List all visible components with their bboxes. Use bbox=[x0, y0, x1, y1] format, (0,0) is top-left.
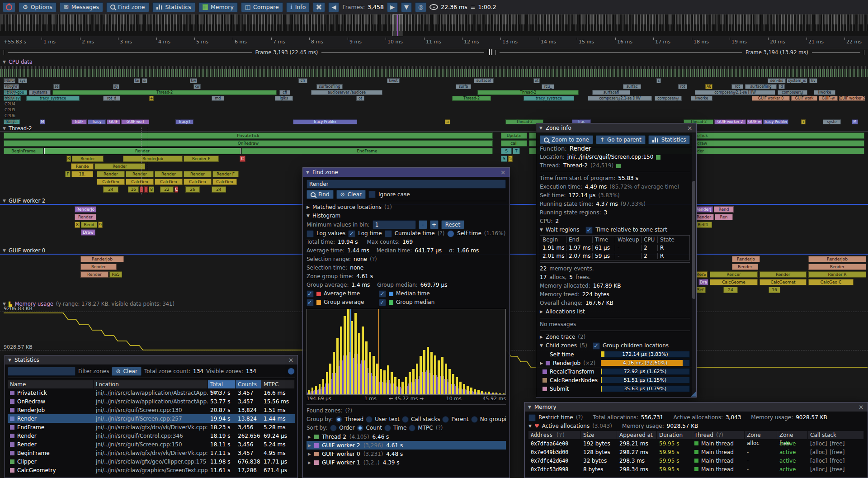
timeline-zone[interactable]: CalcGeo bbox=[126, 179, 154, 185]
focus-button[interactable]: ◎ bbox=[415, 2, 426, 12]
power-button[interactable] bbox=[3, 2, 15, 12]
timeline-zone[interactable]: Render bbox=[184, 171, 212, 177]
timeline-zone[interactable]: CalcGeo bbox=[212, 179, 237, 185]
expand-triangle-icon[interactable]: ▶ bbox=[308, 443, 311, 448]
radio-icon[interactable] bbox=[471, 416, 478, 423]
find-zone-histogram[interactable] bbox=[307, 309, 506, 395]
wait-region-row[interactable]: 1.91 ms1.97 ms 61 µs- 2R bbox=[540, 244, 689, 252]
timeline-zone[interactable]: Dra bbox=[698, 279, 708, 285]
cpu-zone[interactable]: GUIF worker 2 bbox=[714, 119, 746, 124]
close-icon[interactable]: × bbox=[288, 357, 294, 363]
statistics-table-row[interactable]: Render jni/../jni/src/guif/Screen.cpp:25… bbox=[8, 414, 295, 423]
allocation-row[interactable]: 0x7dfc42d640 32 bytes 298.3 ms 59.95 s M… bbox=[528, 456, 864, 465]
prev-frame-button[interactable]: ◀ bbox=[328, 2, 339, 12]
column-header-call-stack[interactable]: Call stack bbox=[808, 431, 864, 439]
timeline-zone[interactable]: 9 bbox=[98, 222, 103, 228]
sort-by-option[interactable]: Time bbox=[384, 424, 406, 432]
window-collapse-icon[interactable]: ▼ bbox=[539, 126, 542, 130]
cpu-zone[interactable]: kw bbox=[193, 84, 201, 89]
timeline-zone[interactable]: Render bbox=[75, 214, 96, 220]
radio-icon[interactable] bbox=[442, 416, 449, 423]
location-value[interactable]: jni/../jni/src/guif/Screen.cpp:150 bbox=[567, 153, 654, 161]
sort-by-option[interactable]: Count bbox=[357, 424, 382, 432]
find-zone-button[interactable]: Find zone bbox=[106, 2, 149, 12]
collapse-triangle-icon[interactable]: ▼ bbox=[307, 212, 310, 220]
cpu-zone[interactable]: GUIF worl bbox=[121, 119, 149, 124]
cpu-zone[interactable]: Tracy bbox=[88, 119, 106, 124]
timeline-zone[interactable]: call bbox=[501, 140, 527, 147]
cpu-zone[interactable]: tracy_systrace bbox=[524, 96, 574, 101]
wait-col-cpu[interactable]: CPU bbox=[642, 237, 658, 243]
help-marker[interactable]: (?) bbox=[370, 255, 377, 264]
expand-triangle-icon[interactable]: ▶ bbox=[308, 452, 311, 456]
column-header-total-time[interactable]: Total tim bbox=[208, 380, 236, 388]
timeline-zone[interactable]: CalcGeomet bbox=[760, 279, 807, 285]
timeline-zone[interactable]: C bbox=[175, 186, 178, 193]
statistics-table-row[interactable]: BeginFrame jni/../jni/src/claw/gfx/drv/v… bbox=[8, 449, 295, 457]
cpu-zone[interactable]: surfacefling bbox=[745, 84, 777, 89]
cpu-zone[interactable]: lgiks bbox=[275, 96, 293, 101]
histogram-section-row[interactable]: ▼ Histogram bbox=[307, 212, 506, 220]
timeline-zone[interactable]: Update bbox=[501, 133, 527, 139]
group-by-option[interactable]: Parent bbox=[442, 415, 468, 424]
cpu-zone[interactable]: GUIF worker 2 bbox=[839, 96, 865, 101]
timeline-zone[interactable]: Render bbox=[126, 171, 154, 177]
wait-regions-label[interactable]: Wait regions bbox=[546, 226, 580, 234]
cpu-data-section-header[interactable]: ▼ CPU data bbox=[3, 59, 33, 65]
guif-worker2-section-header[interactable]: ▼ GUIF worker 2 bbox=[3, 198, 45, 204]
found-zone-group-row[interactable]: ▶ Thread-2 (4,105) 6.46 s bbox=[307, 432, 506, 441]
timeline-zone[interactable]: F bbox=[65, 171, 71, 177]
cpu-zone[interactable]: audioserver /audiose bbox=[311, 90, 382, 95]
radio-icon[interactable] bbox=[402, 416, 409, 423]
close-icon[interactable]: × bbox=[858, 404, 864, 410]
group-by-option[interactable]: No grouping bbox=[471, 415, 506, 424]
expand-triangle-icon[interactable]: ▶ bbox=[307, 203, 310, 212]
column-header-counts[interactable]: Counts bbox=[236, 380, 261, 388]
limit-range-checkbox[interactable] bbox=[288, 368, 295, 375]
help-marker[interactable]: (?) bbox=[436, 424, 443, 432]
filter-zones-input[interactable] bbox=[8, 367, 75, 376]
statistics-table-row[interactable]: Render jni/../jni/src/guif/Screen.cpp:15… bbox=[8, 440, 295, 449]
timeline-zone[interactable]: 24 bbox=[212, 186, 226, 193]
memory-titlebar[interactable]: ▼ Memory × bbox=[525, 402, 868, 412]
timeline-zone[interactable]: 24 bbox=[103, 186, 118, 193]
cpu-zone[interactable]: kworke bbox=[814, 90, 835, 95]
allocations-list-row[interactable]: ▶Allocations list bbox=[540, 308, 690, 316]
statistics-table-row[interactable]: EndFrame jni/../jni/src/claw/gfx/drv/vk/… bbox=[8, 423, 295, 431]
timeline-zone[interactable]: 26 bbox=[185, 186, 200, 193]
statistics-table-row[interactable]: Clipper jni/../jni/src/claw/gfx/geo/Clip… bbox=[8, 457, 295, 466]
timeline-zone[interactable]: 16 bbox=[769, 287, 780, 293]
frame-3194-marker[interactable]: Frame 3,194 (13.92 ms) bbox=[495, 48, 864, 57]
min-bin-input[interactable] bbox=[373, 220, 416, 229]
self-time-checkbox[interactable] bbox=[447, 230, 454, 237]
column-header-address[interactable]: Address (?) bbox=[528, 431, 581, 439]
close-icon[interactable]: × bbox=[500, 169, 506, 175]
column-header-name[interactable]: Name bbox=[8, 380, 94, 388]
cpu-zone[interactable]: cfi bbox=[279, 90, 290, 95]
cpu-zone[interactable]: composer@2.1-se [HW bbox=[588, 96, 652, 101]
timeline-zone[interactable]: 22 bbox=[160, 186, 174, 193]
timeline-zone[interactable]: Render bbox=[155, 171, 183, 177]
cpu-zone[interactable]: GUIF w bbox=[747, 119, 762, 124]
cpu-zone[interactable]: rot bbox=[731, 84, 743, 89]
timeline-zone[interactable]: 18. bbox=[71, 171, 93, 177]
cpu-zone[interactable]: GUIF work bbox=[791, 96, 817, 101]
timeline-zone[interactable]: C bbox=[240, 156, 245, 162]
expand-triangle-icon[interactable]: ▶ bbox=[540, 361, 543, 365]
statistics-table-row[interactable]: RenderJob jni/../jni/src/guif/Screen.cpp… bbox=[8, 406, 295, 414]
timeline-zone[interactable]: Render bbox=[80, 271, 108, 278]
cpu-zone[interactable]: rot_d bbox=[103, 96, 120, 101]
timeline-zone[interactable]: Rend bbox=[714, 206, 734, 213]
found-zone-group-row[interactable]: ▶ GUIF worker 2 (3,296) 4.61 s bbox=[307, 441, 506, 450]
cpu-zone[interactable]: Thread-2 bbox=[452, 96, 491, 101]
timeline-zone[interactable]: Draw bbox=[81, 229, 95, 236]
cpu-zone[interactable]: + bbox=[149, 96, 154, 101]
cpu-zone[interactable]: GUIF bbox=[71, 119, 87, 124]
wait-col-time[interactable]: Time bbox=[593, 237, 615, 243]
cpu-zone[interactable]: Tracy I bbox=[175, 119, 193, 124]
wait-region-row[interactable]: 2.01 ms2.07 ms 59 µs- 2R bbox=[540, 252, 689, 260]
cpu-zone[interactable]: A8 bbox=[705, 84, 712, 89]
timeline-zone[interactable]: OnRedraw bbox=[4, 140, 493, 147]
scrollbar-thumb[interactable] bbox=[692, 181, 695, 299]
child-zone-row[interactable]: ▶ RenderJob(×2) 4.16 ms (92.60%) bbox=[540, 359, 690, 367]
